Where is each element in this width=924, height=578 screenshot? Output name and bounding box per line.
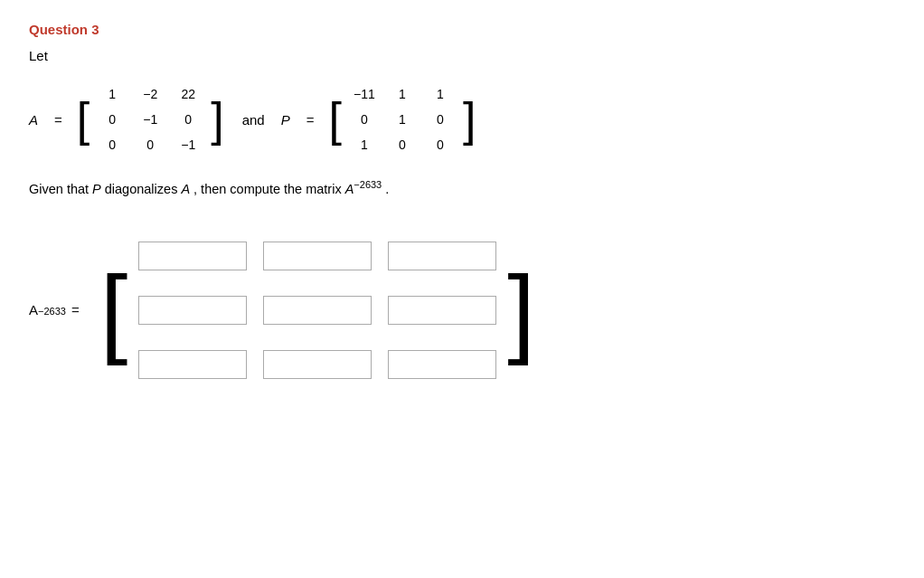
- matrix-a-cell: 0: [137, 137, 163, 152]
- matrix-a: [ 1 −2 22 0 −1 0 0 0 −1 ]: [75, 78, 226, 161]
- matrices-row: A = [ 1 −2 22 0 −1 0 0 0 −1 ] and P = [ …: [29, 78, 895, 161]
- matrix-p-cell: 1: [390, 87, 415, 101]
- matrix-p-cell: −11: [352, 87, 377, 101]
- a-power-label: A−2633: [345, 179, 382, 196]
- matrix-p-label: P: [281, 112, 290, 128]
- answer-input-21[interactable]: [263, 350, 372, 379]
- and-text: and: [242, 112, 265, 128]
- question-title: Question 3: [29, 22, 895, 37]
- bracket-left-a: [: [75, 78, 91, 161]
- bracket-right-a: ]: [209, 78, 225, 161]
- matrix-a-cell: −1: [175, 137, 201, 152]
- answer-bracket-left: [: [98, 225, 131, 395]
- matrix-a-cell: −2: [137, 87, 163, 101]
- bracket-left-p: [: [327, 78, 344, 161]
- p-variable: P: [92, 182, 101, 196]
- equals-a: =: [54, 112, 62, 128]
- answer-input-01[interactable]: [263, 242, 372, 270]
- matrix-a-label: A: [29, 112, 38, 128]
- answer-input-20[interactable]: [138, 350, 247, 379]
- matrix-a-cell: 1: [99, 87, 125, 101]
- matrix-p-cell: 0: [352, 112, 377, 127]
- answer-exponent: −2633: [38, 306, 66, 317]
- given-row: Given that P diagonalizes A , then compu…: [29, 179, 895, 196]
- diagonalizes-text: diagonalizes: [105, 182, 178, 196]
- matrix-p-cell: 0: [428, 112, 453, 127]
- answer-input-11[interactable]: [263, 296, 372, 325]
- matrix-a-cell: 22: [175, 87, 201, 101]
- matrix-p-cell: 0: [428, 137, 453, 152]
- answer-input-12[interactable]: [388, 296, 496, 325]
- answer-input-10[interactable]: [138, 296, 247, 325]
- bracket-right-p: ]: [461, 78, 477, 161]
- matrix-a-cell: 0: [99, 112, 125, 127]
- then-text: , then compute the matrix: [193, 182, 342, 196]
- matrix-a-cell: 0: [99, 137, 125, 152]
- answer-section: A−2633 = [ ]: [29, 225, 895, 395]
- matrix-a-cell: −1: [137, 112, 163, 127]
- matrix-a-cell: 0: [175, 112, 201, 127]
- matrix-a-grid: 1 −2 22 0 −1 0 0 0 −1: [91, 78, 209, 161]
- period: .: [385, 182, 389, 196]
- answer-equals: =: [71, 302, 80, 317]
- answer-input-00[interactable]: [138, 242, 247, 270]
- a-variable: A: [181, 182, 190, 196]
- equals-p: =: [306, 112, 315, 128]
- matrix-p: [ −11 1 1 0 1 0 1 0 0 ]: [327, 78, 478, 161]
- answer-bracket-right: ]: [504, 225, 538, 395]
- answer-a-letter: A: [29, 302, 38, 317]
- matrix-p-grid: −11 1 1 0 1 0 1 0 0: [344, 78, 461, 161]
- answer-grid: [130, 225, 504, 395]
- given-text: Given that: [29, 182, 89, 196]
- matrix-p-cell: 1: [428, 87, 453, 101]
- answer-input-02[interactable]: [388, 242, 496, 270]
- a-power-letter: A: [345, 182, 354, 196]
- exponent-label: −2633: [354, 179, 382, 190]
- answer-label: A−2633 =: [29, 302, 80, 317]
- let-text: Let: [29, 48, 895, 63]
- matrix-p-cell: 1: [390, 112, 415, 127]
- answer-input-22[interactable]: [388, 350, 496, 379]
- matrix-p-cell: 1: [352, 137, 377, 152]
- matrix-p-cell: 0: [390, 137, 415, 152]
- answer-matrix-wrap: [ ]: [98, 225, 538, 395]
